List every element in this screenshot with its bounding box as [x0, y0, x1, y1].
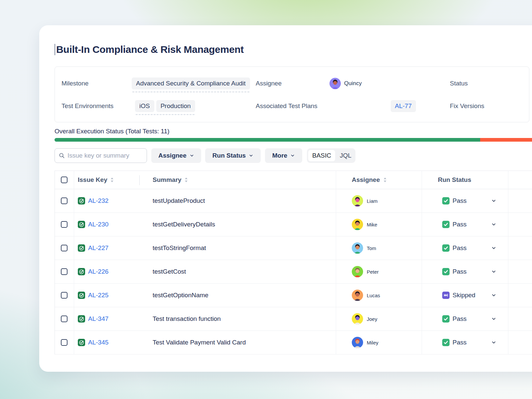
desktop-background: { "page": { "title": "Built-In Complianc… — [0, 0, 532, 399]
header-divider — [139, 175, 140, 185]
summary-text: testGetOptionName — [153, 292, 208, 299]
table-body: AL-232 testUpdateProduct Liam Pass — [55, 189, 532, 354]
run-status-filter-label: Run Status — [212, 152, 246, 159]
issue-key-link[interactable]: AL-232 — [88, 197, 108, 204]
assignee-avatar — [352, 266, 363, 277]
test-case-icon — [78, 197, 85, 204]
chevron-down-icon[interactable] — [491, 340, 496, 345]
run-status-cell[interactable]: Pass — [422, 244, 508, 252]
run-status-icon — [442, 197, 450, 204]
row-checkbox[interactable] — [61, 245, 67, 251]
column-header-assignee[interactable]: Assignee — [336, 176, 422, 184]
issue-key-link[interactable]: AL-230 — [88, 221, 108, 228]
run-status-icon — [442, 339, 450, 346]
run-status-cell[interactable]: Pass — [422, 339, 508, 346]
issue-key-link[interactable]: AL-227 — [88, 244, 108, 252]
table-header-row: Issue Key Summary Assignee Run Status — [55, 171, 532, 189]
summary-text: testToStringFormat — [153, 244, 206, 251]
summary-text: testGetCost — [153, 268, 186, 275]
summary-text: testUpdateProduct — [153, 197, 205, 204]
associated-test-plans-value: AL-77 — [391, 100, 416, 112]
page-title: Built-In Compliance & Risk Management — [56, 44, 244, 55]
chevron-down-icon[interactable] — [491, 316, 496, 322]
more-filter-button[interactable]: More — [265, 148, 302, 163]
assignee-name: Mike — [367, 222, 377, 227]
row-checkbox[interactable] — [61, 292, 67, 299]
assignee-name: Tom — [367, 245, 376, 251]
sort-icon[interactable] — [383, 177, 387, 183]
test-plan-link[interactable]: AL-77 — [391, 100, 416, 112]
row-checkbox[interactable] — [61, 268, 67, 275]
assignee-filter-button[interactable]: Assignee — [151, 148, 201, 163]
column-header-issue-key[interactable]: Issue Key — [74, 176, 139, 184]
row-checkbox[interactable] — [61, 198, 67, 204]
table-row: AL-226 testGetCost Peter Pass — [55, 260, 532, 284]
milestone-label: Milestone — [62, 80, 88, 87]
test-case-icon — [78, 339, 85, 346]
issue-key-header-label: Issue Key — [78, 176, 107, 184]
mode-option-basic[interactable]: BASIC — [308, 150, 335, 161]
run-status-cell[interactable]: Pass — [422, 268, 508, 275]
assignee-name: Miley — [367, 340, 378, 345]
summary-text: Test transaction function — [153, 315, 221, 322]
issue-key-link[interactable]: AL-345 — [88, 339, 108, 346]
column-header-summary[interactable]: Summary — [139, 176, 336, 184]
run-status-icon — [442, 268, 450, 275]
header-divider — [336, 175, 336, 185]
chevron-down-icon — [290, 153, 295, 158]
row-checkbox[interactable] — [61, 316, 67, 322]
run-status-cell[interactable]: Pass — [422, 221, 508, 228]
table-row: AL-227 testToStringFormat Tom Pass — [55, 236, 532, 260]
run-status-label: Pass — [453, 244, 466, 252]
run-status-label: Pass — [453, 221, 466, 228]
test-case-icon — [78, 268, 85, 275]
execution-status-label: Overall Execution Status (Total Tests: 1… — [55, 128, 170, 135]
header-divider — [508, 175, 508, 185]
sort-icon[interactable] — [185, 177, 188, 183]
search-box[interactable] — [55, 148, 147, 163]
environment-chip-production[interactable]: Production — [156, 100, 195, 112]
chevron-down-icon[interactable] — [491, 198, 496, 203]
table-row: AL-345 Test Validate Payment Valid Card … — [55, 331, 532, 354]
test-environments-value: iOS Production — [135, 100, 195, 112]
run-status-cell[interactable]: Skipped — [422, 292, 508, 299]
mode-option-jql[interactable]: JQL — [336, 150, 355, 161]
sort-icon[interactable] — [110, 177, 114, 183]
chevron-down-icon[interactable] — [491, 293, 496, 298]
summary-header-label: Summary — [153, 176, 182, 184]
assignee-avatar — [352, 219, 363, 230]
issue-key-link[interactable]: AL-226 — [88, 268, 108, 275]
run-status-cell[interactable]: Pass — [422, 315, 508, 323]
milestone-chip[interactable]: Advanced Security & Compliance Audit — [132, 77, 250, 89]
chevron-down-icon[interactable] — [491, 245, 496, 251]
row-checkbox[interactable] — [61, 339, 67, 346]
run-status-label: Pass — [453, 197, 466, 204]
issue-key-link[interactable]: AL-347 — [88, 315, 108, 323]
run-status-cell[interactable]: Pass — [422, 197, 508, 204]
assignee-name: Liam — [367, 198, 378, 204]
issue-key-link[interactable]: AL-225 — [88, 292, 108, 299]
select-all-checkbox[interactable] — [61, 177, 67, 183]
run-status-icon — [442, 315, 450, 323]
environment-chip-ios[interactable]: iOS — [135, 100, 154, 112]
search-input[interactable] — [67, 152, 143, 159]
assignee-filter-label: Assignee — [158, 152, 186, 159]
run-status-filter-button[interactable]: Run Status — [205, 148, 261, 163]
row-checkbox[interactable] — [61, 221, 67, 228]
run-status-label: Pass — [453, 268, 466, 275]
column-header-run-status: Run Status — [422, 176, 508, 184]
assignee-avatar — [352, 337, 363, 348]
test-environments-label: Test Environments — [62, 102, 113, 110]
assignee-avatar — [352, 242, 363, 254]
chevron-down-icon[interactable] — [491, 222, 496, 227]
run-status-label: Pass — [453, 339, 466, 346]
header-divider — [422, 175, 422, 185]
table-row: AL-347 Test transaction function Joey Pa… — [55, 307, 532, 331]
summary-text: Test Validate Payment Valid Card — [153, 339, 246, 346]
assignee-label: Assignee — [256, 80, 282, 87]
assignee-name: Joey — [367, 316, 377, 322]
chevron-down-icon[interactable] — [491, 269, 496, 274]
run-status-icon — [442, 244, 450, 252]
test-case-icon — [78, 292, 85, 299]
assignee-avatar — [352, 195, 363, 206]
